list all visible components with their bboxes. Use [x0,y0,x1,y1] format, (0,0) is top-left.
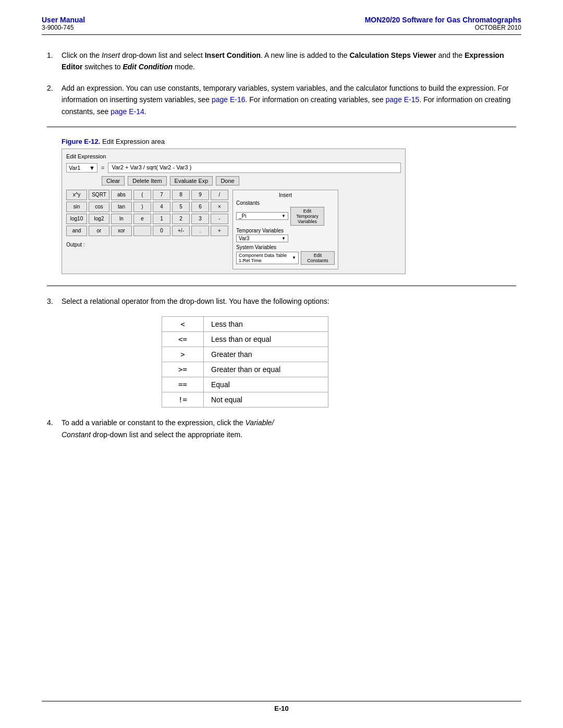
ee-output: Output : [66,240,228,248]
insert-condition-bold: Insert Condition [205,51,261,59]
ee-key-minus[interactable]: - [211,214,228,224]
ee-key-log2[interactable]: log2 [89,214,109,224]
ee-var-select[interactable]: Var1 ▼ [66,163,97,172]
ee-var-value: Var1 [69,165,80,171]
ee-sysvar-row: Component Data Table 1.Ret Time ▼ Edit C… [236,251,335,265]
ee-keypad: x^y SQRT abs ( 7 8 9 / sin cos tan [66,190,228,269]
operator-label: Not equal [204,392,328,408]
ee-key-6[interactable]: 6 [191,202,209,212]
ee-tempvar-arrow: ▼ [282,236,286,241]
operator-symbol: > [162,347,204,362]
ee-key-or[interactable]: or [89,226,109,236]
ee-key-5[interactable]: 5 [172,202,190,212]
ee-key-blank [133,226,151,236]
ee-key-cos[interactable]: cos [89,202,109,212]
ee-edit-temp-btn[interactable]: Edit TemporaryVariables [290,207,324,226]
figure-separator-top [47,127,516,127]
step3-text: Select a relational operator from the dr… [62,297,329,305]
ee-key-openparen[interactable]: ( [133,190,151,200]
ee-key-and[interactable]: and [66,226,87,236]
edit-expression-widget: Edit Expression Var1 ▼ = Var2 + Var3 / s… [62,149,406,274]
ee-key-8[interactable]: 8 [172,190,190,200]
user-manual-label: User Manual [42,16,85,24]
ee-key-4[interactable]: 4 [153,202,170,212]
ee-sysvar-dropdown[interactable]: Component Data Table 1.Ret Time ▼ [236,252,299,264]
operator-label: Greater than [204,347,328,362]
ee-key-1[interactable]: 1 [153,214,170,224]
ee-key-sin[interactable]: sin [66,202,87,212]
ee-tempvar-value: Var3 [239,236,249,241]
figure-caption-text: Edit Expression area [102,138,165,145]
doc-number: 3-9000-745 [42,24,85,31]
ee-constants-value: _Pi [239,213,246,219]
link-e14[interactable]: page E-14 [111,107,144,116]
ee-key-tan[interactable]: tan [111,202,132,212]
figure-e12: Figure E-12. Edit Expression area Edit E… [62,138,516,274]
ee-main-area: x^y SQRT abs ( 7 8 9 / sin cos tan [66,190,401,269]
ee-key-plusminus[interactable]: +/- [172,226,190,236]
page: User Manual 3-9000-745 MON20/20 Software… [0,0,563,728]
ee-buttons-row: Clear Delete Item Evaluate Exp Done [66,176,401,186]
operator-label: Less than or equal [204,332,328,347]
ee-key-0[interactable]: 0 [153,226,170,236]
ee-expression-display: Var2 + Var3 / sqrt( Var2 - Var3 ) [108,163,401,173]
table-row: <=Less than or equal [162,332,328,347]
list-number-1: 1. [47,50,62,73]
ee-clear-button[interactable]: Clear [102,176,125,186]
operator-symbol: >= [162,362,204,377]
ee-key-9[interactable]: 9 [191,190,209,200]
ee-constants-label: Constants [236,200,335,206]
list-item-4: 4. To add a variable or constant to the … [47,417,516,440]
table-row: ==Equal [162,377,328,392]
ee-key-3[interactable]: 3 [191,214,209,224]
main-content: 1. Click on the Insert drop-down list an… [42,50,521,440]
header-right: MON20/20 Software for Gas Chromatographs… [365,16,521,31]
link-e16[interactable]: page E-16 [212,95,246,104]
table-row: >Greater than [162,347,328,362]
ee-constants-arrow: ▼ [282,214,286,218]
ee-delete-button[interactable]: Delete Item [128,176,166,186]
operator-table-wrapper: <Less than<=Less than or equal>Greater t… [162,316,516,408]
operator-label: Less than [204,317,328,332]
ee-key-closeparen[interactable]: ) [133,202,151,212]
figure-separator-bottom [47,286,516,286]
ee-key-7[interactable]: 7 [153,190,170,200]
ee-key-sqrt[interactable]: SQRT [89,190,109,200]
ee-key-xor[interactable]: xor [111,226,132,236]
ee-sysvar-label: System Variables [236,244,335,250]
ee-key-log10[interactable]: log10 [66,214,87,224]
ee-edit-const-btn[interactable]: Edit Constants [301,251,335,265]
ee-constants-row: _Pi ▼ Edit TemporaryVariables [236,207,335,226]
ee-key-xpowy[interactable]: x^y [66,190,87,200]
list-number-4: 4. [47,417,62,440]
ee-sysvar-arrow: ▼ [292,255,296,260]
ee-key-e[interactable]: e [133,214,151,224]
ee-equals: = [100,165,106,171]
ee-evaluate-button[interactable]: Evaluate Exp [170,176,213,186]
variable-constant-italic: Variable/Constant [62,418,274,438]
ee-keypad-row-4: and or xor 0 +/- . + [66,226,228,236]
list-number-3: 3. [47,295,62,307]
operator-symbol: <= [162,332,204,347]
ee-insert-panel: Insert Constants _Pi ▼ Edit TemporaryVar… [232,190,338,269]
ee-key-div[interactable]: / [211,190,228,200]
list-item-2: 2. Add an expression. You can use consta… [47,82,516,117]
link-e15[interactable]: page E-15 [386,95,420,104]
ee-key-2[interactable]: 2 [172,214,190,224]
ee-key-plus[interactable]: + [211,226,228,236]
ee-constants-dropdown[interactable]: _Pi ▼ [236,212,288,220]
ee-expression-text: Var2 + Var3 / sqrt( Var2 - Var3 ) [112,164,191,170]
page-footer: E-10 [42,701,521,712]
list-text-3: Select a relational operator from the dr… [62,295,516,307]
calc-steps-bold: Calculation Steps Viewer [350,51,436,59]
ee-insert-title: Insert [236,192,335,198]
table-row: <Less than [162,317,328,332]
ee-output-label: Output : [66,242,85,248]
ee-key-dot[interactable]: . [191,226,209,236]
ee-key-abs[interactable]: abs [111,190,132,200]
ee-tempvar-dropdown[interactable]: Var3 ▼ [236,235,288,242]
ee-done-button[interactable]: Done [216,176,239,186]
ee-key-ln[interactable]: ln [111,214,132,224]
page-header: User Manual 3-9000-745 MON20/20 Software… [42,16,521,35]
ee-key-mul[interactable]: × [211,202,228,212]
